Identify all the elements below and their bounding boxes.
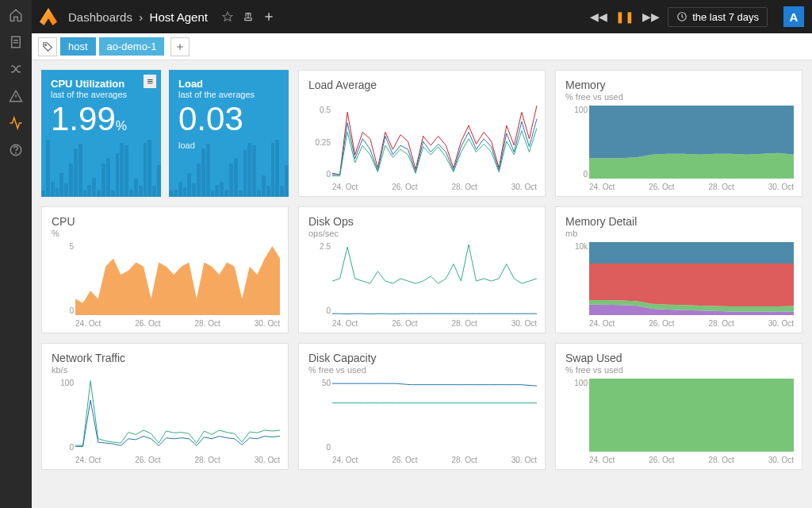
panel-memory[interactable]: Memory % free vs used 1000 24. Oct26. Oc… xyxy=(555,70,802,197)
tag-filter-button[interactable] xyxy=(38,37,57,56)
topbar: Dashboards › Host Agent ◀◀ ❚❚ ▶▶ the las… xyxy=(32,0,812,33)
panel-network-traffic[interactable]: Network Traffic kb/s 1000 24. Oct26. Oct… xyxy=(41,343,289,470)
doc-icon[interactable] xyxy=(9,35,23,49)
time-range-select[interactable]: the last 7 days xyxy=(668,7,768,27)
plus-icon[interactable] xyxy=(263,11,274,22)
star-icon[interactable] xyxy=(222,11,233,22)
chart-disk-capacity xyxy=(332,379,537,452)
add-tag-button[interactable] xyxy=(170,37,190,56)
panel-swap-used[interactable]: Swap Used % free vs used 100 24. Oct26. … xyxy=(555,343,802,470)
pause-icon[interactable]: ❚❚ xyxy=(615,10,634,23)
panel-cpu[interactable]: CPU % 50 24. Oct26. Oct28. Oct30. Oct xyxy=(41,206,289,333)
breadcrumb-current[interactable]: Host Agent xyxy=(150,10,208,24)
chart-cpu xyxy=(75,242,280,315)
plus-icon xyxy=(175,42,185,52)
kpi-row: ≡ CPU Utilization last of the averages 1… xyxy=(41,70,289,197)
forward-icon[interactable]: ▶▶ xyxy=(642,10,660,23)
kpi-cpu-sparkbars xyxy=(41,137,161,197)
kpi-menu-button[interactable]: ≡ xyxy=(144,75,156,88)
chart-load-average xyxy=(332,106,537,179)
chart-swap xyxy=(589,379,794,452)
kpi-load-sparkbars xyxy=(169,137,289,197)
avatar[interactable]: A xyxy=(783,6,804,27)
shuffle-icon[interactable] xyxy=(9,62,23,76)
alert-icon[interactable] xyxy=(9,89,23,103)
svg-marker-6 xyxy=(223,12,232,21)
panel-memory-detail[interactable]: Memory Detail mb 10k 24. Oct26. Oct28. O… xyxy=(555,206,802,333)
panel-disk-capacity[interactable]: Disk Capacity % free vs used 500 24. Oct… xyxy=(298,343,546,470)
home-icon[interactable] xyxy=(9,8,23,22)
tag-icon xyxy=(42,41,53,52)
tag-value[interactable]: ao-demo-1 xyxy=(99,37,165,56)
tag-key[interactable]: host xyxy=(60,37,96,56)
pulse-icon[interactable] xyxy=(9,116,23,130)
share-icon[interactable] xyxy=(243,11,254,22)
chart-network xyxy=(75,379,280,452)
chart-memory-detail xyxy=(589,242,794,315)
panel-load-average[interactable]: Load Average 0.50.250 24. Oct26. Oct28. … xyxy=(298,70,546,197)
svg-point-5 xyxy=(16,152,17,153)
panel-disk-ops[interactable]: Disk Ops ops/sec 2.50 24. Oct26. Oct28. … xyxy=(298,206,546,333)
svg-point-10 xyxy=(45,44,47,45)
tagbar: host ao-demo-1 xyxy=(32,33,812,60)
kpi-cpu[interactable]: ≡ CPU Utilization last of the averages 1… xyxy=(41,70,161,197)
dashboard-grid: ≡ CPU Utilization last of the averages 1… xyxy=(32,60,812,508)
chart-disk-ops xyxy=(332,242,537,315)
rewind-icon[interactable]: ◀◀ xyxy=(590,10,607,23)
logo-icon xyxy=(40,8,57,25)
sidebar xyxy=(0,0,32,508)
breadcrumb[interactable]: Dashboards › Host Agent xyxy=(68,10,208,24)
chart-memory xyxy=(589,106,794,179)
breadcrumb-root[interactable]: Dashboards xyxy=(68,10,132,24)
help-icon[interactable] xyxy=(9,143,23,157)
kpi-load[interactable]: Load last of the averages 0.03 load xyxy=(169,70,289,197)
clock-icon xyxy=(676,11,688,22)
